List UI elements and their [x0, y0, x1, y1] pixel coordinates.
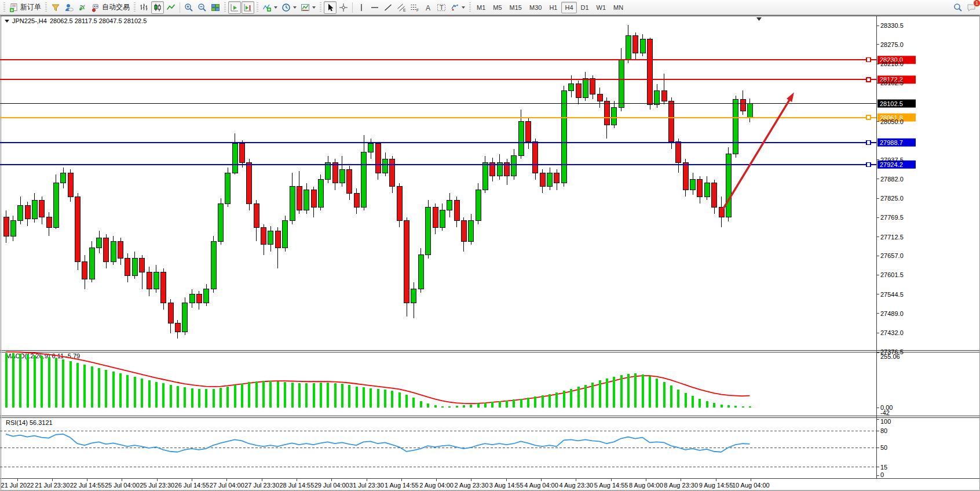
zoom-in-button[interactable]	[182, 1, 195, 14]
svg-text:4 Aug 23:30: 4 Aug 23:30	[559, 482, 593, 489]
text-button[interactable]: A	[422, 1, 434, 14]
text-label-button[interactable]: T	[435, 1, 448, 14]
trendline-button[interactable]	[382, 1, 394, 14]
svg-text:27544.5: 27544.5	[880, 291, 904, 298]
favorites-button[interactable]	[49, 1, 62, 14]
svg-text:2 Aug 04:00: 2 Aug 04:00	[419, 482, 454, 489]
chat-button[interactable]: 1	[965, 1, 978, 14]
line-chart-button[interactable]	[164, 1, 177, 14]
bar-chart-icon	[140, 3, 149, 12]
svg-text:28162.5: 28162.5	[880, 79, 904, 86]
new-order-icon	[9, 3, 19, 12]
toolbar-separator	[180, 2, 180, 13]
toolbar-drag-handle[interactable]	[3, 2, 5, 13]
templates-button[interactable]	[299, 1, 317, 14]
fibonacci-button[interactable]: F	[408, 1, 421, 14]
funnel-icon	[51, 3, 60, 12]
svg-text:27 Jul 23:30: 27 Jul 23:30	[244, 482, 279, 489]
candlestick-chart-button[interactable]	[151, 1, 164, 14]
timeframe-m15-button[interactable]: M15	[506, 2, 525, 13]
svg-text:21 Jul 2022: 21 Jul 2022	[1, 482, 34, 489]
arrows-icon	[450, 3, 459, 12]
toolbar-separator	[352, 2, 353, 13]
zoom-in-icon	[184, 3, 193, 12]
arrows-dropdown-arrow	[462, 6, 465, 9]
timeframe-h1-button[interactable]: H1	[546, 2, 561, 13]
auto-scroll-button[interactable]	[228, 1, 241, 14]
svg-text:28218.0: 28218.0	[880, 60, 904, 67]
svg-text:25 Jul 23:30: 25 Jul 23:30	[140, 482, 174, 489]
svg-text:T: T	[440, 4, 444, 11]
clock-icon	[281, 3, 291, 12]
new-order-button[interactable]: 新订单	[8, 1, 43, 14]
svg-text:8 Aug 23:30: 8 Aug 23:30	[664, 482, 698, 489]
timeframe-m5-button[interactable]: M5	[489, 2, 505, 13]
periods-button[interactable]	[280, 1, 298, 14]
svg-text:27988.7: 27988.7	[880, 139, 903, 146]
toolbar-drag-handle[interactable]	[320, 2, 321, 13]
tile-windows-button[interactable]	[209, 1, 222, 14]
community-button[interactable]	[63, 1, 75, 14]
signals-button[interactable]	[76, 1, 89, 14]
bar-chart-button[interactable]	[138, 1, 151, 14]
horizontal-line-button[interactable]	[368, 1, 381, 14]
autotrading-robot-icon	[91, 3, 100, 12]
equidistant-channel-button[interactable]: E	[395, 1, 408, 14]
autotrading-button[interactable]: 自动交易	[89, 1, 131, 14]
svg-text:27825.0: 27825.0	[880, 195, 904, 202]
timeframe-m1-button[interactable]: M1	[473, 2, 489, 13]
timeframe-h4-button[interactable]: H4	[561, 2, 576, 13]
svg-text:27 Jul 04:00: 27 Jul 04:00	[210, 482, 244, 489]
svg-text:E: E	[403, 8, 406, 12]
timeframe-w1-button[interactable]: W1	[593, 2, 610, 13]
trendline-icon	[383, 3, 393, 12]
svg-text:1 Aug 14:55: 1 Aug 14:55	[385, 482, 419, 489]
svg-text:F: F	[416, 8, 419, 12]
toolbar-drag-handle[interactable]	[134, 2, 136, 13]
autotrading-label: 自动交易	[102, 2, 130, 12]
svg-text:28 Jul 14:55: 28 Jul 14:55	[279, 482, 314, 489]
cursor-button[interactable]	[324, 1, 337, 14]
timeframe-mn-button[interactable]: MN	[610, 2, 627, 13]
indicators-icon	[262, 3, 272, 12]
timeframe-m30-button[interactable]: M30	[526, 2, 545, 13]
periods-dropdown-arrow	[293, 6, 297, 9]
indicators-button[interactable]	[261, 1, 279, 14]
text-label-icon: T	[437, 3, 446, 12]
toolbar-drag-handle[interactable]	[257, 2, 258, 13]
svg-text:8 Aug 04:00: 8 Aug 04:00	[629, 482, 663, 489]
equidistant-channel-icon: E	[397, 3, 406, 12]
chart-symbol-period: JPN225-,H4	[12, 17, 47, 24]
tile-windows-icon	[211, 3, 220, 12]
svg-text:27769.5: 27769.5	[880, 214, 904, 221]
svg-text:26 Jul 14:55: 26 Jul 14:55	[175, 482, 210, 489]
timeframe-d1-button[interactable]: D1	[577, 2, 593, 13]
toolbar-drag-handle[interactable]	[469, 2, 471, 13]
template-icon	[301, 3, 310, 12]
chart-canvas[interactable]: 28230.028172.228102.528061.827988.727924…	[0, 15, 980, 491]
svg-text:28102.5: 28102.5	[880, 100, 903, 107]
chart-shift-button[interactable]	[242, 1, 254, 14]
person-cloud-icon	[64, 3, 74, 12]
text-icon: A	[423, 3, 433, 12]
arrows-button[interactable]	[448, 1, 467, 14]
vertical-line-button[interactable]	[355, 1, 368, 14]
svg-text:31 Jul 23:30: 31 Jul 23:30	[349, 482, 384, 489]
svg-text:255.06: 255.06	[880, 353, 900, 360]
svg-text:27489.0: 27489.0	[880, 310, 904, 317]
toolbar-drag-handle[interactable]	[45, 2, 47, 13]
search-button[interactable]	[952, 1, 964, 14]
chart-ohlc-readout: 28062.5 28117.5 28047.5 28102.5	[50, 17, 147, 24]
chart-shift-icon	[243, 3, 253, 12]
templates-dropdown-arrow	[312, 6, 316, 9]
svg-text:-42: -42	[880, 409, 890, 416]
svg-text:A: A	[426, 3, 430, 12]
svg-text:2 Aug 23:30: 2 Aug 23:30	[455, 482, 489, 489]
one-click-collapse-arrow[interactable]	[5, 20, 9, 23]
crosshair-button[interactable]	[337, 1, 350, 14]
zoom-out-button[interactable]	[196, 1, 209, 14]
svg-text:21 Jul 23:30: 21 Jul 23:30	[35, 482, 70, 489]
horizontal-line-icon	[370, 3, 379, 12]
svg-text:3 Aug 14:55: 3 Aug 14:55	[489, 482, 524, 489]
toolbar-drag-handle[interactable]	[224, 2, 226, 13]
